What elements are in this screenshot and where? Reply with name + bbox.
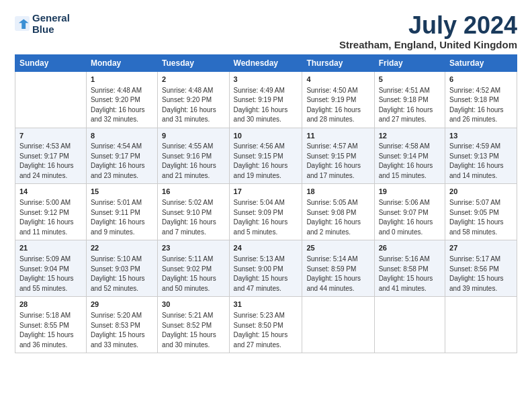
day-number: 27 (449, 243, 513, 254)
title-area: July 2024 Streatham, England, United Kin… (339, 12, 517, 50)
calendar-cell: 17Sunrise: 5:04 AM Sunset: 9:09 PM Dayli… (229, 184, 302, 240)
month-title: July 2024 (339, 12, 517, 39)
cell-info: Sunrise: 4:51 AM Sunset: 9:18 PM Dayligh… (379, 86, 441, 125)
logo-icon (15, 16, 30, 31)
calendar-cell (15, 71, 87, 128)
header: General Blue July 2024 Streatham, Englan… (15, 12, 517, 50)
cell-info: Sunrise: 5:06 AM Sunset: 9:07 PM Dayligh… (379, 198, 441, 237)
calendar-cell: 4Sunrise: 4:50 AM Sunset: 9:19 PM Daylig… (302, 71, 374, 128)
cell-info: Sunrise: 5:16 AM Sunset: 8:58 PM Dayligh… (379, 255, 441, 293)
calendar-cell: 2Sunrise: 4:48 AM Sunset: 9:20 PM Daylig… (158, 71, 229, 128)
cell-info: Sunrise: 4:48 AM Sunset: 9:20 PM Dayligh… (91, 86, 153, 125)
logo: General Blue (15, 12, 70, 36)
cell-info: Sunrise: 4:53 AM Sunset: 9:17 PM Dayligh… (19, 142, 82, 181)
calendar-cell: 13Sunrise: 4:59 AM Sunset: 9:13 PM Dayli… (445, 128, 517, 184)
header-day-monday: Monday (86, 54, 157, 71)
calendar-cell: 12Sunrise: 4:58 AM Sunset: 9:14 PM Dayli… (374, 128, 445, 184)
cell-info: Sunrise: 4:49 AM Sunset: 9:19 PM Dayligh… (234, 86, 298, 125)
day-number: 9 (162, 131, 224, 142)
cell-info: Sunrise: 5:05 AM Sunset: 9:08 PM Dayligh… (306, 198, 369, 237)
day-number: 24 (234, 243, 298, 254)
day-number: 21 (19, 243, 82, 254)
day-number: 16 (162, 187, 224, 197)
day-number: 7 (19, 131, 82, 142)
cell-info: Sunrise: 4:50 AM Sunset: 9:19 PM Dayligh… (306, 86, 369, 125)
day-number: 17 (234, 187, 298, 197)
day-number: 13 (449, 131, 513, 142)
day-number: 26 (379, 243, 441, 254)
calendar-cell (302, 297, 374, 353)
calendar-cell: 14Sunrise: 5:00 AM Sunset: 9:12 PM Dayli… (15, 184, 87, 240)
calendar-cell (445, 297, 517, 353)
day-number: 5 (379, 75, 441, 85)
header-day-wednesday: Wednesday (229, 54, 302, 71)
calendar-cell: 18Sunrise: 5:05 AM Sunset: 9:08 PM Dayli… (302, 184, 374, 240)
day-number: 12 (379, 131, 441, 142)
header-day-tuesday: Tuesday (158, 54, 229, 71)
cell-info: Sunrise: 5:23 AM Sunset: 8:50 PM Dayligh… (234, 311, 298, 350)
cell-info: Sunrise: 5:07 AM Sunset: 9:05 PM Dayligh… (449, 198, 513, 237)
header-day-friday: Friday (374, 54, 445, 71)
calendar-table: SundayMondayTuesdayWednesdayThursdayFrid… (15, 54, 517, 354)
calendar-cell: 7Sunrise: 4:53 AM Sunset: 9:17 PM Daylig… (15, 128, 87, 184)
calendar-cell: 21Sunrise: 5:09 AM Sunset: 9:04 PM Dayli… (15, 240, 87, 297)
calendar-week-row: 14Sunrise: 5:00 AM Sunset: 9:12 PM Dayli… (15, 184, 517, 240)
calendar-cell: 30Sunrise: 5:21 AM Sunset: 8:52 PM Dayli… (158, 297, 229, 353)
cell-info: Sunrise: 5:10 AM Sunset: 9:03 PM Dayligh… (91, 255, 153, 293)
header-day-sunday: Sunday (15, 54, 87, 71)
cell-info: Sunrise: 5:00 AM Sunset: 9:12 PM Dayligh… (19, 198, 82, 237)
calendar-week-row: 21Sunrise: 5:09 AM Sunset: 9:04 PM Dayli… (15, 240, 517, 297)
cell-info: Sunrise: 5:17 AM Sunset: 8:56 PM Dayligh… (449, 255, 513, 293)
cell-info: Sunrise: 5:01 AM Sunset: 9:11 PM Dayligh… (91, 198, 153, 237)
cell-info: Sunrise: 5:14 AM Sunset: 8:59 PM Dayligh… (306, 255, 369, 293)
day-number: 30 (162, 300, 224, 310)
calendar-header-row: SundayMondayTuesdayWednesdayThursdayFrid… (15, 54, 517, 71)
calendar-cell: 8Sunrise: 4:54 AM Sunset: 9:17 PM Daylig… (86, 128, 157, 184)
calendar-cell: 19Sunrise: 5:06 AM Sunset: 9:07 PM Dayli… (374, 184, 445, 240)
calendar-cell: 1Sunrise: 4:48 AM Sunset: 9:20 PM Daylig… (86, 71, 157, 128)
cell-info: Sunrise: 5:09 AM Sunset: 9:04 PM Dayligh… (19, 255, 82, 293)
header-day-saturday: Saturday (445, 54, 517, 71)
calendar-cell: 23Sunrise: 5:11 AM Sunset: 9:02 PM Dayli… (158, 240, 229, 297)
day-number: 28 (19, 300, 82, 310)
calendar-cell: 29Sunrise: 5:20 AM Sunset: 8:53 PM Dayli… (86, 297, 157, 353)
calendar-cell: 27Sunrise: 5:17 AM Sunset: 8:56 PM Dayli… (445, 240, 517, 297)
day-number: 14 (19, 187, 82, 197)
cell-info: Sunrise: 4:58 AM Sunset: 9:14 PM Dayligh… (379, 142, 441, 181)
cell-info: Sunrise: 4:55 AM Sunset: 9:16 PM Dayligh… (162, 142, 224, 181)
cell-info: Sunrise: 4:59 AM Sunset: 9:13 PM Dayligh… (449, 142, 513, 181)
cell-info: Sunrise: 5:20 AM Sunset: 8:53 PM Dayligh… (91, 311, 153, 350)
day-number: 23 (162, 243, 224, 254)
calendar-cell: 16Sunrise: 5:02 AM Sunset: 9:10 PM Dayli… (158, 184, 229, 240)
day-number: 20 (449, 187, 513, 197)
day-number: 6 (449, 75, 513, 85)
cell-info: Sunrise: 4:56 AM Sunset: 9:15 PM Dayligh… (234, 142, 298, 181)
cell-info: Sunrise: 5:04 AM Sunset: 9:09 PM Dayligh… (234, 198, 298, 237)
cell-info: Sunrise: 4:52 AM Sunset: 9:18 PM Dayligh… (449, 86, 513, 125)
day-number: 3 (234, 75, 298, 85)
day-number: 25 (306, 243, 369, 254)
calendar-cell: 10Sunrise: 4:56 AM Sunset: 9:15 PM Dayli… (229, 128, 302, 184)
cell-info: Sunrise: 5:11 AM Sunset: 9:02 PM Dayligh… (162, 255, 224, 293)
cell-info: Sunrise: 4:57 AM Sunset: 9:15 PM Dayligh… (306, 142, 369, 181)
calendar-cell: 3Sunrise: 4:49 AM Sunset: 9:19 PM Daylig… (229, 71, 302, 128)
header-day-thursday: Thursday (302, 54, 374, 71)
cell-info: Sunrise: 4:48 AM Sunset: 9:20 PM Dayligh… (162, 86, 224, 125)
calendar-cell: 20Sunrise: 5:07 AM Sunset: 9:05 PM Dayli… (445, 184, 517, 240)
day-number: 19 (379, 187, 441, 197)
location: Streatham, England, United Kingdom (339, 39, 517, 50)
calendar-cell: 28Sunrise: 5:18 AM Sunset: 8:55 PM Dayli… (15, 297, 87, 353)
calendar-week-row: 28Sunrise: 5:18 AM Sunset: 8:55 PM Dayli… (15, 297, 517, 353)
calendar-cell (374, 297, 445, 353)
calendar-week-row: 1Sunrise: 4:48 AM Sunset: 9:20 PM Daylig… (15, 71, 517, 128)
logo-text: General Blue (32, 12, 70, 36)
day-number: 15 (91, 187, 153, 197)
day-number: 31 (234, 300, 298, 310)
day-number: 11 (306, 131, 369, 142)
calendar-cell: 22Sunrise: 5:10 AM Sunset: 9:03 PM Dayli… (86, 240, 157, 297)
calendar-cell: 24Sunrise: 5:13 AM Sunset: 9:00 PM Dayli… (229, 240, 302, 297)
calendar-cell: 5Sunrise: 4:51 AM Sunset: 9:18 PM Daylig… (374, 71, 445, 128)
cell-info: Sunrise: 5:21 AM Sunset: 8:52 PM Dayligh… (162, 311, 224, 350)
day-number: 8 (91, 131, 153, 142)
cell-info: Sunrise: 4:54 AM Sunset: 9:17 PM Dayligh… (91, 142, 153, 181)
